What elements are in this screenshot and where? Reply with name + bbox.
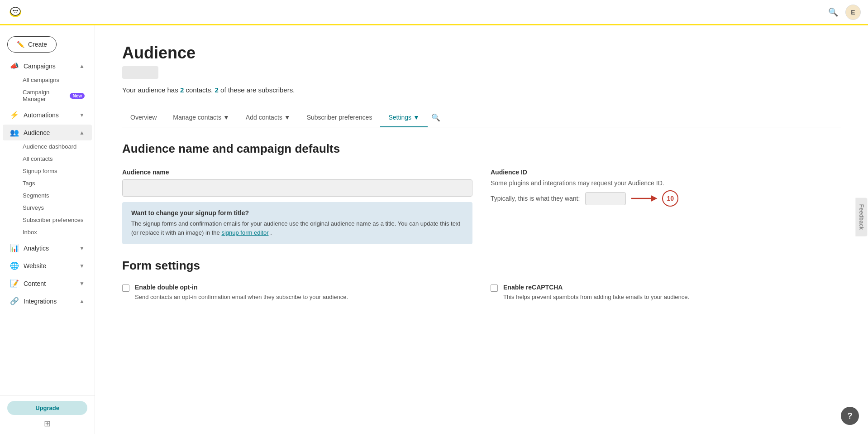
svg-point-3 bbox=[13, 10, 14, 11]
topbar-left bbox=[7, 3, 24, 21]
double-optin-label: Enable double opt-in bbox=[135, 284, 348, 291]
chevron-down-icon: ▼ bbox=[79, 112, 85, 118]
form-settings-grid: Enable double opt-in Send contacts an op… bbox=[122, 284, 841, 302]
audience-id-title: Audience ID bbox=[491, 169, 841, 176]
tab-subscriber-preferences[interactable]: Subscriber preferences bbox=[299, 108, 381, 127]
sidebar-item-label: Website bbox=[24, 262, 46, 270]
sidebar-item-audience-dashboard[interactable]: Audience dashboard bbox=[3, 140, 92, 153]
audience-subnav: Audience dashboard All contacts Signup f… bbox=[0, 140, 95, 238]
audience-dashboard-label: Audience dashboard bbox=[23, 143, 76, 150]
sidebar-item-all-campaigns[interactable]: All campaigns bbox=[3, 74, 92, 86]
user-avatar[interactable]: E bbox=[845, 5, 861, 20]
sidebar-item-campaigns[interactable]: 📣 Campaigns ▲ bbox=[3, 58, 92, 74]
segments-label: Segments bbox=[23, 192, 49, 199]
all-campaigns-label: All campaigns bbox=[23, 77, 59, 83]
sidebar-item-signup-forms[interactable]: Signup forms bbox=[3, 165, 92, 177]
help-button[interactable]: ? bbox=[841, 407, 859, 425]
sidebar-footer: Upgrade ⊞ bbox=[0, 395, 95, 434]
info-box: Want to change your signup form title? T… bbox=[122, 202, 472, 244]
signup-form-editor-link[interactable]: signup form editor bbox=[221, 229, 268, 236]
page-title: Audience bbox=[122, 43, 841, 63]
contacts-suffix: contacts. bbox=[184, 86, 215, 94]
audience-id-label: Typically, this is what they want: bbox=[491, 195, 580, 202]
logo[interactable] bbox=[7, 3, 24, 21]
nav-section-automations: ⚡ Automations ▼ bbox=[0, 107, 95, 123]
subscribers-count: 2 bbox=[215, 86, 219, 94]
chevron-down-icon: ▼ bbox=[79, 263, 85, 269]
sidebar-item-integrations[interactable]: 🔗 Integrations ▲ bbox=[3, 293, 92, 309]
manage-contacts-label: Manage contacts bbox=[173, 114, 221, 121]
audience-id-input[interactable] bbox=[585, 192, 626, 205]
sidebar-scroll: ✏️ Create 📣 Campaigns ▲ All campaigns Ca… bbox=[0, 25, 95, 395]
upgrade-button[interactable]: Upgrade bbox=[7, 401, 87, 415]
audience-icon: 👥 bbox=[10, 128, 19, 137]
sidebar-item-all-contacts[interactable]: All contacts bbox=[3, 153, 92, 165]
svg-point-4 bbox=[17, 10, 18, 11]
topbar-right: 🔍 E bbox=[828, 5, 861, 20]
sidebar-item-tags[interactable]: Tags bbox=[3, 177, 92, 189]
audience-description: Your audience has 2 contacts. 2 of these… bbox=[122, 86, 841, 94]
tab-with-arrow: Add contacts ▼ bbox=[246, 114, 291, 121]
chevron-down-icon: ▼ bbox=[79, 245, 85, 251]
tab-with-arrow: Settings ▼ bbox=[388, 114, 419, 121]
tab-add-contacts[interactable]: Add contacts ▼ bbox=[238, 108, 299, 127]
tags-label: Tags bbox=[23, 180, 35, 187]
sidebar-item-content[interactable]: 📝 Content ▼ bbox=[3, 275, 92, 291]
feedback-tab[interactable]: Feedback bbox=[856, 198, 868, 236]
sidebar-item-subscriber-preferences[interactable]: Subscriber preferences bbox=[3, 214, 92, 226]
nav-section-audience: 👥 Audience ▲ Audience dashboard All cont… bbox=[0, 125, 95, 238]
audience-name-input[interactable] bbox=[122, 179, 472, 197]
create-label: Create bbox=[28, 41, 47, 48]
sidebar-item-analytics[interactable]: 📊 Analytics ▼ bbox=[3, 240, 92, 256]
sidebar-item-website[interactable]: 🌐 Website ▼ bbox=[3, 258, 92, 274]
audience-name-label: Audience name bbox=[122, 169, 472, 176]
form-settings-heading: Form settings bbox=[122, 259, 841, 273]
tab-manage-contacts[interactable]: Manage contacts ▼ bbox=[165, 108, 237, 127]
sidebar-item-inbox[interactable]: Inbox bbox=[3, 226, 92, 238]
nav-section-analytics: 📊 Analytics ▼ bbox=[0, 240, 95, 256]
recaptcha-checkbox[interactable] bbox=[491, 285, 498, 292]
sidebar-item-audience[interactable]: 👥 Audience ▲ bbox=[3, 125, 92, 140]
sidebar-item-surveys[interactable]: Surveys bbox=[3, 202, 92, 214]
recaptcha-row: Enable reCAPTCHA This helps prevent spam… bbox=[491, 284, 841, 302]
sidebar-item-campaign-manager[interactable]: Campaign Manager New bbox=[3, 86, 92, 105]
audience-name-column: Audience name Want to change your signup… bbox=[122, 169, 472, 244]
chevron-down-icon: ▼ bbox=[79, 280, 85, 287]
sidebar-item-segments[interactable]: Segments bbox=[3, 189, 92, 202]
settings-label: Settings bbox=[388, 114, 411, 121]
sidebar-item-label: Campaigns bbox=[24, 63, 56, 70]
search-icon[interactable]: 🔍 bbox=[828, 7, 838, 17]
nav-section-campaigns: 📣 Campaigns ▲ All campaigns Campaign Man… bbox=[0, 58, 95, 105]
subscribers-suffix: of these are subscribers. bbox=[219, 86, 295, 94]
sidebar-item-label: Automations bbox=[24, 111, 59, 119]
layout: ✏️ Create 📣 Campaigns ▲ All campaigns Ca… bbox=[0, 25, 868, 434]
sidebar-item-label: Content bbox=[24, 280, 46, 287]
tab-search-icon[interactable]: 🔍 bbox=[431, 113, 440, 122]
campaigns-icon: 📣 bbox=[10, 62, 19, 70]
info-box-link-suffix: . bbox=[270, 229, 272, 236]
tab-with-arrow: Manage contacts ▼ bbox=[173, 114, 229, 121]
create-button[interactable]: ✏️ Create bbox=[7, 36, 57, 53]
main-content: Audience Your audience has 2 contacts. 2… bbox=[95, 25, 868, 434]
collapse-icon: ⊞ bbox=[44, 419, 51, 429]
chevron-up-icon: ▲ bbox=[79, 130, 85, 136]
analytics-icon: 📊 bbox=[10, 244, 19, 252]
audience-desc-prefix: Your audience has bbox=[122, 86, 180, 94]
tab-overview[interactable]: Overview bbox=[122, 108, 165, 127]
recaptcha-label-group: Enable reCAPTCHA This helps prevent spam… bbox=[503, 284, 689, 302]
pencil-icon: ✏️ bbox=[17, 41, 24, 48]
sidebar-item-label: Audience bbox=[24, 129, 50, 136]
tab-settings[interactable]: Settings ▼ bbox=[380, 108, 427, 127]
collapse-sidebar-button[interactable]: ⊞ bbox=[7, 419, 87, 429]
double-optin-checkbox[interactable] bbox=[122, 285, 129, 292]
signup-forms-label: Signup forms bbox=[23, 168, 57, 174]
chevron-down-icon: ▼ bbox=[413, 114, 420, 121]
integrations-icon: 🔗 bbox=[10, 297, 19, 305]
website-icon: 🌐 bbox=[10, 261, 19, 270]
sidebar-item-automations[interactable]: ⚡ Automations ▼ bbox=[3, 107, 92, 123]
double-optin-row: Enable double opt-in Send contacts an op… bbox=[122, 284, 472, 302]
double-optin-desc: Send contacts an opt-in confirmation ema… bbox=[135, 293, 348, 302]
automations-icon: ⚡ bbox=[10, 111, 19, 119]
annotation-circle: 10 bbox=[662, 190, 678, 207]
audience-avatar-placeholder bbox=[122, 66, 158, 79]
